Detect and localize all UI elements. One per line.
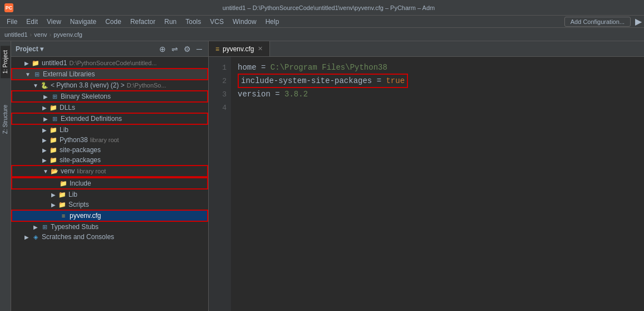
panel-gear-btn[interactable]: ⚙ <box>183 45 191 54</box>
tab-bar: ≡ pyvenv.cfg ✕ <box>209 41 644 57</box>
tree-python38-dir[interactable]: ▶ 📁 Python38 library root <box>11 135 208 145</box>
label-extended-defs: Extended Definitions <box>61 115 122 123</box>
arrow-site-pkg-2: ▶ <box>40 157 49 163</box>
structure-side-tab[interactable]: Z: Structure <box>1 100 10 138</box>
tree-dlls[interactable]: ▶ 📁 DLLs <box>11 103 208 113</box>
folder-icon-venv-lib: 📁 <box>58 191 67 198</box>
panel-minimize-btn[interactable]: ─ <box>195 45 204 54</box>
menu-navigate[interactable]: Navigate <box>66 17 101 27</box>
tree-extended-defs[interactable]: ▶ ⊞ Extended Definitions <box>11 113 208 125</box>
tree-site-packages-1[interactable]: ▶ 📁 site-packages <box>11 145 208 155</box>
arrow-site-pkg-1: ▶ <box>40 147 49 153</box>
arrow-venv: ▼ <box>41 168 50 174</box>
tree-venv-lib[interactable]: ▶ 📁 Lib <box>11 189 208 200</box>
tree-include[interactable]: 📁 Include <box>11 177 208 189</box>
main-layout: 1: Project Z: Structure Project ▾ ⊕ ⇌ ⚙ … <box>0 41 644 311</box>
lib-icon-ext: ⊞ <box>32 70 41 78</box>
menu-run[interactable]: Run <box>160 17 181 27</box>
menu-refactor[interactable]: Refactor <box>126 17 160 27</box>
tree-external-libraries[interactable]: ▼ ⊞ External Libraries <box>11 68 208 80</box>
tree-typeshed[interactable]: ▶ ⊞ Typeshed Stubs <box>11 222 208 232</box>
lib-icon-binary: ⊞ <box>50 93 59 100</box>
menu-window[interactable]: Window <box>228 17 261 27</box>
arrow-extended-defs: ▶ <box>41 116 50 122</box>
dim-python38-dir: library root <box>90 137 119 143</box>
arrow-python38-dir: ▶ <box>40 137 49 143</box>
tree-lib[interactable]: ▶ 📁 Lib <box>11 125 208 135</box>
label-typeshed: Typeshed Stubs <box>51 223 99 231</box>
label-python38-dir: Python38 <box>60 136 88 144</box>
python-icon: 🐍 <box>40 81 49 89</box>
code-eq-3: = <box>275 90 284 99</box>
code-content[interactable]: home = C:\Program Files\Python38 include… <box>231 57 644 311</box>
folder-icon-include: 📁 <box>59 179 68 187</box>
tab-close-btn[interactable]: ✕ <box>258 45 263 52</box>
folder-icon-untitled1: 📁 <box>31 59 40 67</box>
code-eq-1: = <box>261 63 271 72</box>
arrow-binary-skeletons: ▶ <box>41 94 50 100</box>
menu-code[interactable]: Code <box>101 17 126 27</box>
panel-add-btn[interactable]: ⊕ <box>158 45 167 54</box>
path-untitled1: D:\PythonSourceCode\untitled... <box>69 60 156 66</box>
project-side-tab[interactable]: 1: Project <box>1 46 10 78</box>
code-home-key: home <box>238 63 257 72</box>
menu-vcs[interactable]: VCS <box>205 17 228 27</box>
tree-binary-skeletons[interactable]: ▶ ⊞ Binary Skeletons <box>11 90 208 103</box>
window-title: untitled1 – D:\PythonSourceCode\untitled… <box>18 4 640 11</box>
label-scratches: Scratches and Consoles <box>42 233 114 241</box>
tree-venv[interactable]: ▼ 📂 venv library root <box>11 165 208 177</box>
breadcrumb-file[interactable]: pyvenv.cfg <box>53 31 82 38</box>
menu-help[interactable]: Help <box>261 17 284 27</box>
title-bar: PC untitled1 – D:\PythonSourceCode\untit… <box>0 0 644 16</box>
menu-file[interactable]: File <box>2 17 22 27</box>
label-dlls: DLLs <box>60 104 75 111</box>
menu-tools[interactable]: Tools <box>181 17 205 27</box>
menu-view[interactable]: View <box>42 17 66 27</box>
tree-scratches[interactable]: ▶ ◈ Scratches and Consoles <box>11 232 208 242</box>
code-line-1: home = C:\Program Files\Python38 <box>238 61 637 74</box>
breadcrumb-sep-1: › <box>30 31 32 38</box>
side-tabs: 1: Project Z: Structure <box>0 41 11 311</box>
add-configuration-button[interactable]: Add Configuration... <box>564 17 631 27</box>
panel-title: Project ▾ <box>16 45 158 53</box>
folder-icon-venv: 📂 <box>50 167 59 175</box>
arrow-typeshed: ▶ <box>31 224 40 230</box>
breadcrumb-untitled1[interactable]: untitled1 <box>4 31 28 38</box>
folder-icon-site1: 📁 <box>49 146 58 154</box>
run-button[interactable]: ▶ <box>635 16 642 27</box>
code-home-val: C:\Program Files\Python38 <box>271 63 387 72</box>
panel-actions: ⊕ ⇌ ⚙ ─ <box>158 45 204 54</box>
label-venv-lib: Lib <box>68 191 77 198</box>
line-num-4: 4 <box>209 101 231 115</box>
path-python38: D:\PythonSo... <box>127 82 166 89</box>
tree-untitled1[interactable]: ▶ 📁 untitled1 D:\PythonSourceCode\untitl… <box>11 58 208 68</box>
label-pyvenv-cfg: pyvenv.cfg <box>70 212 101 220</box>
tree-python38[interactable]: ▼ 🐍 < Python 3.8 (venv) (2) > D:\PythonS… <box>11 80 208 90</box>
code-version-key: version <box>238 90 271 99</box>
tree-pyvenv-cfg[interactable]: ≡ pyvenv.cfg <box>11 210 208 222</box>
tree-scripts[interactable]: ▶ 📁 Scripts <box>11 200 208 210</box>
file-tree: ▶ 📁 untitled1 D:\PythonSourceCode\untitl… <box>11 57 208 311</box>
arrow-python38: ▼ <box>31 82 40 89</box>
label-venv: venv <box>61 167 75 175</box>
dim-venv: library root <box>77 168 106 174</box>
code-line-2: include-system-site-packages = true <box>238 74 637 88</box>
line-numbers: 1 2 3 4 <box>209 57 231 311</box>
folder-icon-lib: 📁 <box>49 126 58 134</box>
label-python38: < Python 3.8 (venv) (2) > <box>51 81 125 89</box>
menu-edit[interactable]: Edit <box>22 17 42 27</box>
code-editor[interactable]: 1 2 3 4 home = C:\Program Files\Python38… <box>209 57 644 311</box>
label-binary-skeletons: Binary Skeletons <box>61 93 111 100</box>
editor-tab-pyvenv[interactable]: ≡ pyvenv.cfg ✕ <box>209 41 270 56</box>
code-include-val: true <box>386 76 405 85</box>
arrow-ext-lib: ▼ <box>23 71 32 77</box>
label-lib: Lib <box>60 126 68 134</box>
breadcrumb-venv[interactable]: venv <box>34 31 47 38</box>
tree-site-packages-2[interactable]: ▶ 📁 site-packages <box>11 155 208 165</box>
code-line-3: version = 3.8.2 <box>238 88 637 100</box>
panel-layout-btn[interactable]: ⇌ <box>170 45 179 54</box>
label-site-packages-1: site-packages <box>60 146 101 154</box>
breadcrumb: untitled1 › venv › pyvenv.cfg <box>0 28 644 41</box>
line-num-1: 1 <box>209 61 231 75</box>
lib-icon-typeshed: ⊞ <box>40 223 49 231</box>
